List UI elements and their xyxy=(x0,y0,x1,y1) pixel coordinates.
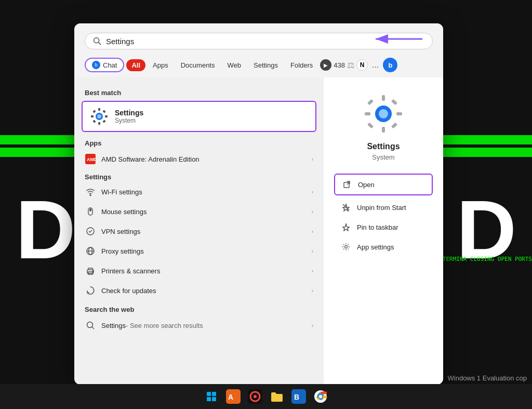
svg-rect-6 xyxy=(98,108,100,111)
setting-mouse[interactable]: Mouse settings › xyxy=(74,202,324,221)
svg-rect-43 xyxy=(207,392,211,396)
svg-text:B: B xyxy=(294,393,299,401)
filter-tabs: b Chat All Apps Documents Web Settings F… xyxy=(74,55,443,77)
action-app-settings-label: App settings xyxy=(357,243,394,251)
web-search-item[interactable]: Settings- See more search results › xyxy=(74,315,324,335)
app-settings-icon xyxy=(341,242,351,252)
web-search-icon xyxy=(85,320,96,331)
pin-icon xyxy=(341,222,351,232)
svg-line-28 xyxy=(92,327,94,329)
svg-point-27 xyxy=(87,322,93,328)
svg-rect-32 xyxy=(382,127,385,133)
printers-chevron: › xyxy=(312,268,313,274)
svg-point-0 xyxy=(94,38,99,43)
svg-rect-45 xyxy=(207,397,211,401)
svg-rect-31 xyxy=(382,95,385,101)
app-item-amd[interactable]: AMD AMD Software: Adrenalin Edition › xyxy=(74,149,324,169)
taskbar-circle-app[interactable] xyxy=(246,387,264,406)
tab-badge-n: N xyxy=(356,59,368,71)
printers-label: Printers & scanners xyxy=(101,267,307,275)
action-unpin[interactable]: Unpin from Start xyxy=(334,197,433,217)
right-app-name: Settings xyxy=(367,142,400,151)
apps-section-label: Apps xyxy=(74,134,324,149)
setting-proxy[interactable]: Proxy settings › xyxy=(74,241,324,261)
printer-icon xyxy=(85,265,96,276)
watermark: Windows 1 Evaluation cop xyxy=(448,373,527,384)
tab-settings[interactable]: Settings xyxy=(248,59,283,71)
tab-separator: ⚖ xyxy=(347,60,354,70)
right-panel-gear-icon xyxy=(363,93,404,135)
action-unpin-label: Unpin from Start xyxy=(357,204,406,212)
svg-rect-36 xyxy=(391,122,397,128)
wifi-chevron: › xyxy=(312,189,313,195)
updates-label: Check for updates xyxy=(101,287,307,295)
wifi-icon xyxy=(85,186,96,197)
chat-icon: b xyxy=(92,61,100,69)
svg-rect-33 xyxy=(365,112,370,115)
svg-rect-34 xyxy=(396,112,402,115)
svg-point-42 xyxy=(345,246,348,248)
taskbar-windows[interactable] xyxy=(202,387,221,406)
mouse-chevron: › xyxy=(312,209,313,215)
amd-icon: AMD xyxy=(85,153,96,165)
best-match-info: Settings System xyxy=(115,109,143,124)
tab-apps[interactable]: Apps xyxy=(148,59,174,71)
best-match-item[interactable]: Settings System xyxy=(82,101,316,132)
tab-count: 438 xyxy=(334,61,345,69)
svg-rect-44 xyxy=(212,392,216,396)
svg-point-57 xyxy=(319,395,322,398)
svg-rect-35 xyxy=(367,99,374,105)
tab-web[interactable]: Web xyxy=(222,59,246,71)
setting-vpn[interactable]: VPN settings › xyxy=(74,221,324,241)
svg-line-1 xyxy=(99,43,101,45)
svg-rect-7 xyxy=(98,122,100,125)
best-match-title: Settings xyxy=(115,109,143,117)
svg-rect-8 xyxy=(91,115,94,117)
svg-rect-12 xyxy=(92,120,96,123)
taskbar-chrome[interactable] xyxy=(311,387,330,406)
action-pin-label: Pin to taskbar xyxy=(357,223,398,231)
action-app-settings[interactable]: App settings xyxy=(334,237,433,257)
action-open[interactable]: Open xyxy=(334,174,433,195)
setting-wifi[interactable]: Wi-Fi settings › xyxy=(74,182,324,202)
tab-all-label: All xyxy=(131,61,140,69)
tab-play-button[interactable]: ▶ xyxy=(320,59,331,71)
vpn-icon xyxy=(85,226,96,237)
purple-arrow xyxy=(365,29,428,49)
svg-rect-9 xyxy=(105,115,108,117)
svg-rect-13 xyxy=(102,110,105,113)
open-icon xyxy=(342,180,352,189)
svg-point-51 xyxy=(254,395,257,398)
main-content: Best match xyxy=(74,77,443,385)
best-match-subtitle: System xyxy=(115,117,143,124)
svg-point-5 xyxy=(97,114,101,118)
search-bar[interactable]: Settings xyxy=(85,33,433,49)
svg-rect-37 xyxy=(367,122,374,128)
taskbar-blue-app[interactable]: B xyxy=(289,387,308,406)
svg-point-19 xyxy=(90,209,91,211)
start-menu: Settings b Chat All Apps Documents xyxy=(74,23,443,385)
svg-rect-46 xyxy=(212,397,216,401)
taskbar-folder[interactable] xyxy=(268,387,286,406)
taskbar-adobe[interactable]: A xyxy=(224,387,243,406)
tab-folders[interactable]: Folders xyxy=(285,59,318,71)
web-chevron: › xyxy=(312,323,313,328)
left-panel: Best match xyxy=(74,77,324,385)
taskbar: A B xyxy=(0,384,532,409)
setting-updates[interactable]: Check for updates › xyxy=(74,281,324,300)
tab-all[interactable]: All xyxy=(126,59,145,71)
tab-chat-label: Chat xyxy=(103,61,117,69)
svg-point-30 xyxy=(379,109,388,118)
svg-rect-11 xyxy=(102,120,105,123)
mouse-icon xyxy=(85,206,96,217)
search-icon xyxy=(92,36,102,46)
unpin-icon xyxy=(341,203,351,212)
vpn-chevron: › xyxy=(312,229,313,234)
amd-chevron: › xyxy=(312,156,313,162)
action-pin[interactable]: Pin to taskbar xyxy=(334,217,433,237)
tab-bing[interactable]: b xyxy=(383,58,397,72)
tab-dots[interactable]: ... xyxy=(370,60,381,70)
setting-printers[interactable]: Printers & scanners › xyxy=(74,261,324,281)
tab-chat[interactable]: b Chat xyxy=(85,58,124,72)
tab-documents[interactable]: Documents xyxy=(176,59,220,71)
